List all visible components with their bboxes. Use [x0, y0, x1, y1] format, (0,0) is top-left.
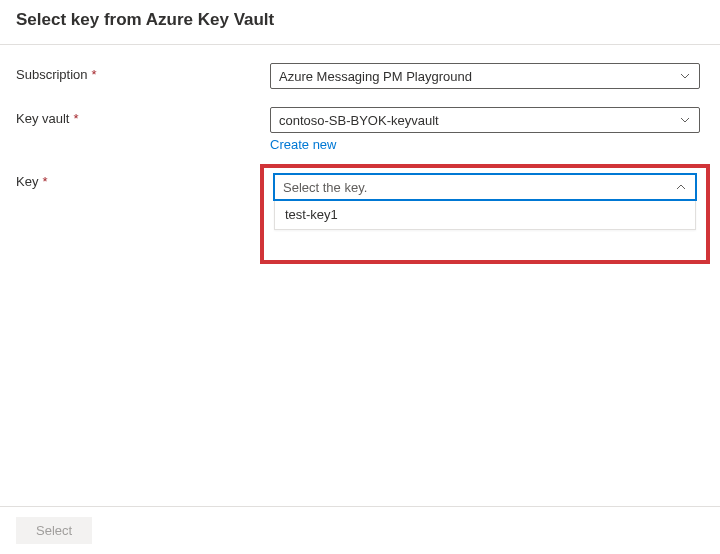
subscription-label: Subscription* [16, 63, 270, 82]
key-vault-row: Key vault* contoso-SB-BYOK-keyvault Crea… [16, 107, 704, 152]
form-area: Subscription* Azure Messaging PM Playgro… [0, 45, 720, 264]
panel-title: Select key from Azure Key Vault [16, 10, 704, 30]
panel-header: Select key from Azure Key Vault [0, 0, 720, 45]
select-button[interactable]: Select [16, 517, 92, 544]
required-mark: * [92, 67, 97, 82]
subscription-select[interactable]: Azure Messaging PM Playground [270, 63, 700, 89]
key-dropdown-list: test-key1 [274, 200, 696, 230]
key-search-input[interactable] [283, 180, 675, 195]
key-label: Key* [16, 170, 270, 189]
footer-bar: Select [0, 506, 720, 554]
subscription-row: Subscription* Azure Messaging PM Playgro… [16, 63, 704, 89]
annotation-highlight: test-key1 [260, 164, 710, 264]
key-vault-select[interactable]: contoso-SB-BYOK-keyvault [270, 107, 700, 133]
key-select-open[interactable] [274, 174, 696, 200]
key-vault-value: contoso-SB-BYOK-keyvault [279, 113, 679, 128]
required-mark: * [42, 174, 47, 189]
chevron-down-icon [679, 114, 691, 126]
create-new-link[interactable]: Create new [270, 137, 336, 152]
key-vault-label: Key vault* [16, 107, 270, 126]
key-option[interactable]: test-key1 [275, 200, 695, 229]
required-mark: * [73, 111, 78, 126]
key-row: Key* test-key1 [16, 170, 704, 264]
chevron-up-icon [675, 181, 687, 193]
chevron-down-icon [679, 70, 691, 82]
subscription-value: Azure Messaging PM Playground [279, 69, 679, 84]
